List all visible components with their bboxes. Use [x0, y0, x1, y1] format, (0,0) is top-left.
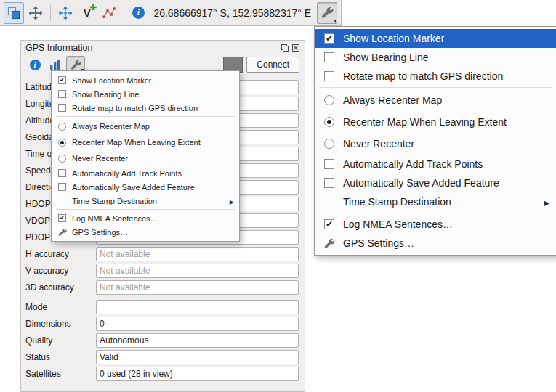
menu-item-gps-settings[interactable]: GPS Settings…	[52, 225, 239, 239]
dimensions-input[interactable]	[96, 317, 299, 331]
gps-options-menu-small: Show Location Marker Show Bearing Line R…	[51, 70, 240, 242]
menu-item-always-recenter[interactable]: Always Recenter Map	[52, 118, 239, 134]
gps-track-button[interactable]	[99, 2, 119, 24]
checkbox-checked-icon	[322, 219, 337, 229]
menu-item-log-nmea-sentences[interactable]: Log NMEA Sentences…	[52, 211, 239, 225]
checkbox-icon	[57, 183, 68, 191]
field-row-dimensions: Dimensions	[25, 315, 299, 332]
satellites-input[interactable]	[96, 367, 299, 381]
close-icon	[292, 44, 299, 52]
status-input[interactable]	[96, 350, 299, 364]
field-row-v-accuracy: V accuracy	[25, 262, 299, 279]
menu-item-label: Automatically Add Track Points	[343, 158, 483, 170]
field-label: V accuracy	[25, 266, 96, 276]
menu-separator	[319, 87, 552, 88]
menu-item-rotate-map[interactable]: Rotate map to match GPS direction	[315, 67, 556, 86]
radio-icon	[57, 123, 68, 131]
connect-button[interactable]: Connect	[246, 57, 299, 73]
field-label: Quality	[25, 335, 96, 346]
wrench-icon	[70, 60, 81, 70]
menu-item-auto-save-added-feature[interactable]: Automatically Save Added Feature	[315, 173, 556, 192]
menu-item-show-location-marker[interactable]: Show Location Marker	[52, 73, 239, 87]
gps-information-button[interactable]: i	[128, 2, 148, 24]
menu-item-show-bearing-line[interactable]: Show Bearing Line	[52, 87, 239, 101]
checkbox-icon	[322, 71, 337, 81]
panel-title: GPS Information	[25, 43, 92, 53]
menu-separator	[56, 116, 235, 117]
menu-item-label: GPS Settings…	[343, 237, 414, 249]
field-row-satellites: Satellites	[25, 365, 299, 382]
menu-item-recenter-when-leaving-extent[interactable]: Recenter Map When Leaving Extent	[52, 134, 239, 150]
accuracy-3d-input[interactable]	[96, 280, 299, 295]
menu-item-never-recenter[interactable]: Never Recenter	[52, 150, 239, 166]
checkbox-icon	[322, 178, 337, 188]
v-accuracy-input[interactable]	[96, 264, 299, 278]
field-label: Mode	[25, 302, 96, 312]
checkbox-icon	[57, 169, 68, 177]
position-info-button[interactable]: i	[25, 56, 44, 73]
menu-item-log-nmea-sentences[interactable]: Log NMEA Sentences…	[315, 215, 556, 234]
gps-panel-icon	[7, 7, 20, 20]
radio-selected-icon	[322, 117, 337, 127]
bar-chart-icon	[49, 59, 61, 70]
menu-item-show-bearing-line[interactable]: Show Bearing Line	[315, 48, 556, 67]
menu-separator	[319, 213, 552, 213]
menu-item-label: Always Recenter Map	[72, 122, 150, 131]
menu-item-label: Show Bearing Line	[72, 90, 139, 99]
submenu-arrow-icon	[230, 197, 234, 205]
menu-item-always-recenter[interactable]: Always Recenter Map	[315, 89, 556, 111]
menu-item-gps-settings[interactable]: GPS Settings…	[315, 234, 556, 253]
menu-item-time-stamp-destination[interactable]: Time Stamp Destination	[315, 192, 556, 211]
close-panel-button[interactable]	[291, 44, 300, 52]
float-panel-button[interactable]	[281, 44, 289, 52]
menu-item-label: Log NMEA Sentences…	[72, 214, 158, 223]
checkbox-checked-icon	[322, 33, 337, 44]
menu-item-label: Log NMEA Sentences…	[343, 219, 453, 230]
recenter-map-button[interactable]	[55, 2, 76, 24]
recenter-crosshair-button[interactable]	[25, 2, 46, 24]
menu-item-auto-save-added-feature[interactable]: Automatically Save Added Feature	[52, 180, 239, 194]
menu-item-auto-add-track-points[interactable]: Automatically Add Track Points	[52, 166, 239, 180]
menu-item-label: Automatically Save Added Feature	[343, 177, 499, 189]
mode-input[interactable]	[96, 300, 299, 314]
add-gps-feature-button[interactable]: V✚	[77, 2, 97, 24]
checkbox-checked-icon	[57, 214, 68, 222]
menu-item-time-stamp-destination[interactable]: Time Stamp Destination	[52, 194, 239, 208]
field-label: Satellites	[25, 369, 96, 379]
menu-item-label: Never Recenter	[343, 138, 414, 150]
submenu-arrow-icon	[544, 196, 549, 208]
menu-item-label: Time Stamp Destination	[72, 197, 157, 205]
menu-item-never-recenter[interactable]: Never Recenter	[315, 133, 556, 155]
menu-item-rotate-map[interactable]: Rotate map to match GPS direction	[52, 101, 239, 115]
track-line-icon	[102, 6, 116, 20]
panel-header: GPS Information	[21, 41, 305, 54]
info-icon: i	[30, 60, 41, 70]
gps-options-menu-large: Show Location Marker Show Bearing Line R…	[314, 26, 556, 256]
checkbox-icon	[57, 104, 68, 112]
gps-options-button[interactable]	[317, 2, 337, 24]
move-crosshair-icon	[28, 6, 43, 20]
blue-crosshair-icon	[58, 6, 73, 20]
field-row-mode: Mode	[25, 298, 299, 315]
menu-item-recenter-when-leaving-extent[interactable]: Recenter Map When Leaving Extent	[315, 111, 556, 133]
menu-item-label: Never Recenter	[72, 154, 128, 163]
field-label: 3D accuracy	[25, 282, 96, 293]
field-row-status: Status	[25, 348, 299, 365]
gps-panel-toggle-button[interactable]	[4, 2, 24, 24]
quality-input[interactable]	[96, 333, 299, 348]
menu-item-label: Rotate map to match GPS direction	[343, 70, 503, 82]
menu-item-auto-add-track-points[interactable]: Automatically Add Track Points	[315, 155, 556, 173]
menu-item-label: Recenter Map When Leaving Extent	[343, 116, 507, 128]
menu-item-label: GPS Settings…	[72, 228, 128, 237]
checkbox-icon	[57, 90, 68, 98]
field-label: H accuracy	[25, 249, 96, 259]
checkbox-icon	[322, 159, 337, 169]
menu-item-show-location-marker[interactable]: Show Location Marker	[315, 29, 556, 48]
wrench-icon	[322, 238, 337, 249]
gps-toolbar: V✚ i 26.68666917° S, 152.95882317° E	[0, 0, 342, 26]
h-accuracy-input[interactable]	[96, 247, 299, 261]
field-label: Status	[25, 352, 96, 362]
menu-item-label: Recenter Map When Leaving Extent	[72, 138, 201, 147]
radio-icon	[57, 155, 68, 163]
menu-item-label: Show Location Marker	[72, 76, 151, 85]
